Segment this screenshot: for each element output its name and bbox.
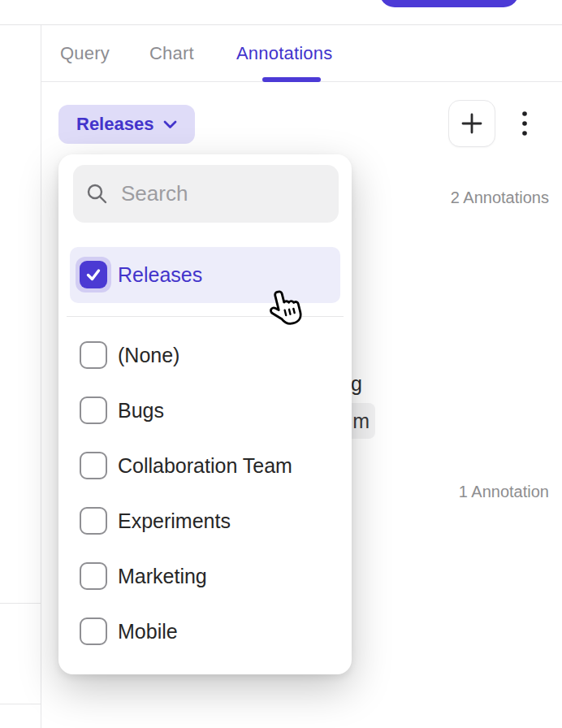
checkbox-unchecked[interactable] xyxy=(80,562,107,590)
option-label: Mobile xyxy=(118,604,178,659)
more-options-button[interactable] xyxy=(512,104,538,145)
tab-bar: Query Chart Annotations xyxy=(41,25,562,82)
option-label: Releases xyxy=(118,247,202,303)
option-releases[interactable]: Releases xyxy=(70,247,340,303)
releases-filter-button[interactable]: Releases xyxy=(58,105,195,144)
option-bugs[interactable]: Bugs xyxy=(70,383,340,438)
option-marketing[interactable]: Marketing xyxy=(70,548,340,604)
option-none[interactable]: (None) xyxy=(70,327,340,383)
checkbox-unchecked[interactable] xyxy=(80,396,107,424)
annotation-count-top: 2 Annotations xyxy=(451,188,549,207)
clipped-background-text: g xyxy=(351,372,362,396)
checkbox-checked[interactable] xyxy=(80,261,107,288)
option-label: Collaboration Team xyxy=(118,438,292,493)
search-icon xyxy=(86,183,108,205)
chevron-down-icon xyxy=(163,120,177,129)
annotations-screen: Query Chart Annotations 2 Annotations 1 … xyxy=(0,0,562,728)
checkbox-halo xyxy=(76,257,111,292)
search-field[interactable] xyxy=(73,165,339,223)
option-label: (None) xyxy=(118,327,179,383)
tab-chart[interactable]: Chart xyxy=(149,25,194,82)
left-rail-border xyxy=(41,25,41,728)
option-label: Marketing xyxy=(118,548,207,604)
left-rail-divider xyxy=(0,704,41,704)
left-rail-divider xyxy=(0,603,41,604)
releases-dropdown-panel: Releases (None) Bugs Collaboration Team … xyxy=(58,154,352,674)
checkbox-unchecked[interactable] xyxy=(80,618,107,645)
tab-annotations[interactable]: Annotations xyxy=(236,25,332,82)
option-experiments[interactable]: Experiments xyxy=(70,493,340,548)
checkbox-unchecked[interactable] xyxy=(80,341,107,369)
option-mobile[interactable]: Mobile xyxy=(70,604,340,659)
option-collaboration-team[interactable]: Collaboration Team xyxy=(70,438,340,493)
plus-icon xyxy=(460,111,484,136)
add-annotation-button[interactable] xyxy=(448,100,495,147)
option-label: Experiments xyxy=(118,493,231,548)
clipped-chip-text: m xyxy=(352,403,375,439)
checkbox-unchecked[interactable] xyxy=(80,507,107,535)
search-input[interactable] xyxy=(121,181,326,206)
tab-query[interactable]: Query xyxy=(60,25,110,82)
option-label: Bugs xyxy=(118,383,164,438)
kebab-menu-icon xyxy=(521,110,528,138)
annotation-count-bottom: 1 Annotation xyxy=(459,483,549,501)
filter-button-label: Releases xyxy=(76,114,153,135)
checkbox-unchecked[interactable] xyxy=(80,452,107,479)
checkmark-icon xyxy=(84,266,102,284)
dropdown-divider xyxy=(67,316,344,317)
primary-action-button[interactable] xyxy=(379,0,519,7)
active-tab-indicator xyxy=(262,77,321,82)
